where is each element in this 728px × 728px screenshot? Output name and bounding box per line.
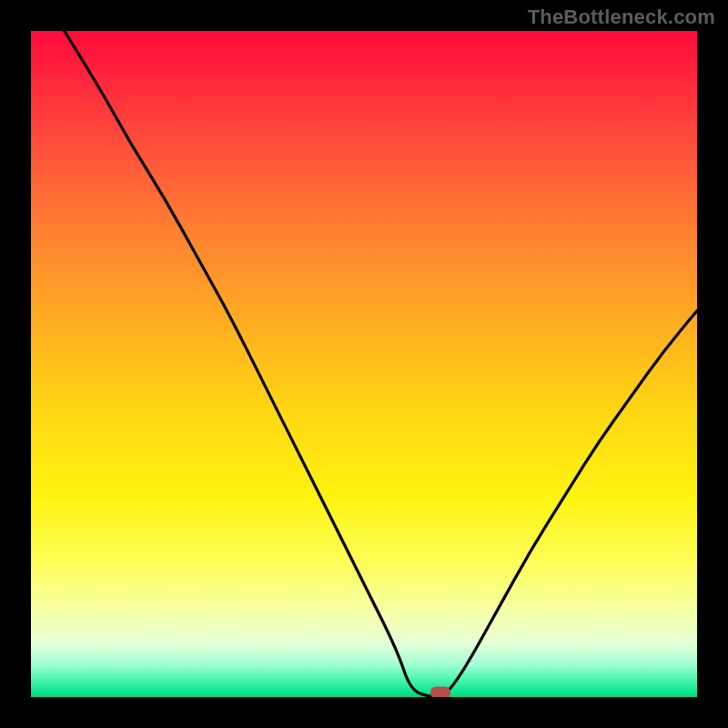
chart-frame: TheBottleneck.com (0, 0, 728, 728)
plot-area (31, 31, 697, 697)
optimal-point-marker (430, 686, 450, 697)
bottleneck-curve (31, 31, 697, 697)
watermark-text: TheBottleneck.com (528, 5, 715, 29)
